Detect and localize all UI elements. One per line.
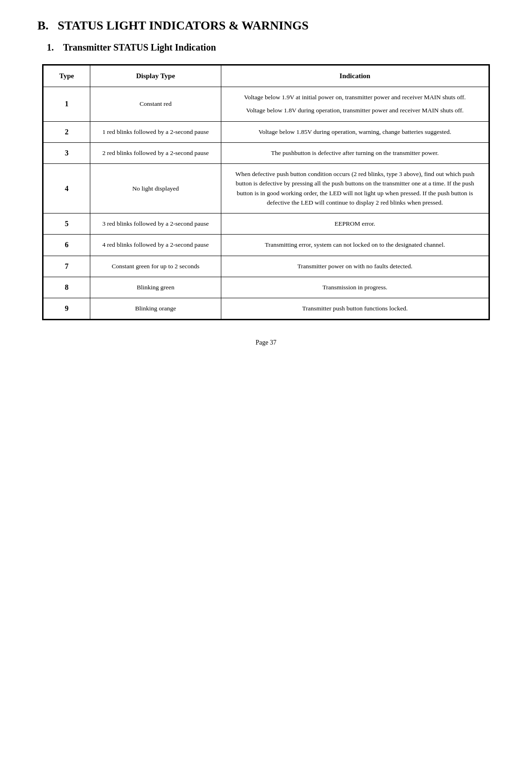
cell-display: Blinking orange [90,298,221,319]
cell-indication: When defective push button condition occ… [221,164,489,213]
main-table-container: Type Display Type Indication 1Constant r… [42,64,490,320]
subtitle: Transmitter STATUS Light Indication [63,42,216,52]
table-row: 8Blinking greenTransmission in progress. [44,277,489,298]
cell-type: 3 [44,142,90,163]
cell-display: Constant red [90,87,221,122]
main-title: STATUS LIGHT INDICATORS & WARNINGS [58,19,308,32]
cell-type: 5 [44,213,90,235]
cell-indication: Voltage below 1.9V at initial power on, … [221,87,489,122]
cell-indication: EEPROM error. [221,213,489,235]
table-row: 53 red blinks followed by a 2-second pau… [44,213,489,235]
cell-indication: Transmitter push button functions locked… [221,298,489,319]
cell-indication: Transmitter power on with no faults dete… [221,256,489,277]
cell-indication: Transmission in progress. [221,277,489,298]
status-light-table: Type Display Type Indication 1Constant r… [43,65,489,319]
cell-type: 8 [44,277,90,298]
cell-display: 1 red blinks followed by a 2-second paus… [90,121,221,142]
cell-type: 7 [44,256,90,277]
table-row: 21 red blinks followed by a 2-second pau… [44,121,489,142]
table-header-row: Type Display Type Indication [44,66,489,87]
cell-indication: The pushbutton is defective after turnin… [221,142,489,163]
cell-display: 4 red blinks followed by a 2-second paus… [90,235,221,256]
header-indication: Indication [221,66,489,87]
header-display: Display Type [90,66,221,87]
cell-indication: Transmitting error, system can not locke… [221,235,489,256]
subsection-number: 1. [47,42,54,52]
cell-type: 9 [44,298,90,319]
section-letter: B. [37,19,49,32]
cell-type: 1 [44,87,90,122]
cell-display: 2 red blinks followed by a 2-second paus… [90,142,221,163]
page-footer: Page 37 [28,339,504,346]
cell-type: 4 [44,164,90,213]
table-row: 9Blinking orangeTransmitter push button … [44,298,489,319]
table-row: 1Constant redVoltage below 1.9V at initi… [44,87,489,122]
cell-type: 2 [44,121,90,142]
cell-display: No light displayed [90,164,221,213]
cell-display: Blinking green [90,277,221,298]
table-row: 32 red blinks followed by a 2-second pau… [44,142,489,163]
header-type: Type [44,66,90,87]
cell-type: 6 [44,235,90,256]
footer-text: Page 37 [255,339,277,346]
table-row: 4No light displayedWhen defective push b… [44,164,489,213]
cell-display: Constant green for up to 2 seconds [90,256,221,277]
page-section-title: B. STATUS LIGHT INDICATORS & WARNINGS 1.… [28,19,504,53]
table-row: 7Constant green for up to 2 secondsTrans… [44,256,489,277]
cell-indication: Voltage below 1.85V during operation, wa… [221,121,489,142]
table-row: 64 red blinks followed by a 2-second pau… [44,235,489,256]
cell-display: 3 red blinks followed by a 2-second paus… [90,213,221,235]
